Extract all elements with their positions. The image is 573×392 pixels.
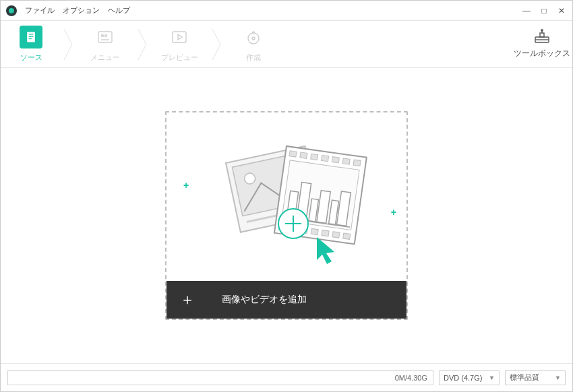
app-logo-icon bbox=[6, 5, 17, 16]
minimize-icon[interactable]: — bbox=[521, 6, 532, 15]
step-preview[interactable]: プレビュー bbox=[149, 21, 210, 68]
svg-point-10 bbox=[248, 33, 259, 44]
menu-help[interactable]: ヘルプ bbox=[108, 5, 130, 15]
play-icon bbox=[168, 26, 191, 48]
svg-marker-9 bbox=[178, 34, 182, 40]
step-menu-label: メニュー bbox=[90, 53, 120, 63]
step-nav: ソース メニュー プレビュー bbox=[1, 21, 572, 68]
svg-rect-32 bbox=[311, 228, 318, 234]
svg-rect-0 bbox=[27, 32, 35, 42]
svg-rect-35 bbox=[343, 233, 351, 239]
add-media-label: 画像やビデオを追加 bbox=[222, 294, 307, 306]
chevron-down-icon: ▼ bbox=[555, 374, 561, 381]
bottom-bar: 0M/4.30G DVD (4.7G) ▼ 標準品質 ▼ bbox=[1, 363, 572, 391]
svg-rect-23 bbox=[300, 152, 307, 158]
disc-type-value: DVD (4.7G) bbox=[444, 374, 482, 382]
menu-file[interactable]: ファイル bbox=[25, 5, 55, 15]
chevron-down-icon: ▼ bbox=[489, 374, 495, 381]
step-create-label: 作成 bbox=[246, 53, 261, 63]
chevron-right-icon bbox=[210, 21, 223, 68]
svg-rect-33 bbox=[322, 230, 329, 236]
menubar: ファイル オプション ヘルプ — □ ✕ bbox=[1, 1, 572, 21]
disc-type-select[interactable]: DVD (4.7G) ▼ bbox=[439, 370, 500, 385]
svg-point-11 bbox=[252, 37, 255, 40]
sparkle-icon: + bbox=[183, 180, 189, 191]
quality-select[interactable]: 標準品質 ▼ bbox=[505, 370, 566, 385]
toolbox-button[interactable]: ツールボックス bbox=[512, 29, 572, 59]
svg-rect-26 bbox=[332, 157, 339, 163]
quality-value: 標準品質 bbox=[510, 372, 539, 383]
dropzone[interactable]: + + bbox=[165, 111, 408, 320]
chevron-right-icon bbox=[135, 21, 149, 68]
svg-rect-34 bbox=[332, 232, 340, 238]
step-preview-label: プレビュー bbox=[161, 53, 198, 63]
main-area: + + bbox=[1, 68, 572, 363]
toolbox-icon bbox=[533, 29, 551, 44]
step-menu[interactable]: メニュー bbox=[75, 21, 135, 68]
add-media-button[interactable]: ＋ 画像やビデオを追加 bbox=[167, 281, 406, 319]
plus-icon: ＋ bbox=[180, 292, 195, 307]
svg-rect-14 bbox=[540, 33, 544, 37]
step-create[interactable]: 作成 bbox=[223, 21, 284, 68]
toolbox-label: ツールボックス bbox=[514, 48, 570, 59]
svg-point-5 bbox=[102, 35, 104, 37]
svg-point-6 bbox=[105, 35, 107, 37]
image-icon bbox=[94, 26, 117, 48]
maximize-icon[interactable]: □ bbox=[539, 6, 549, 15]
chevron-right-icon bbox=[61, 21, 75, 68]
svg-rect-8 bbox=[173, 32, 186, 42]
svg-rect-28 bbox=[353, 160, 361, 166]
svg-rect-22 bbox=[289, 151, 297, 157]
step-source[interactable]: ソース bbox=[1, 21, 61, 68]
document-icon bbox=[20, 26, 42, 48]
capacity-text: 0M/4.30G bbox=[395, 374, 427, 382]
dropzone-illustration: + + bbox=[167, 112, 406, 281]
capacity-bar: 0M/4.30G bbox=[7, 370, 433, 385]
menu-option[interactable]: オプション bbox=[63, 5, 100, 15]
disc-burn-icon bbox=[242, 26, 265, 48]
window-controls: — □ ✕ bbox=[521, 6, 567, 15]
svg-rect-24 bbox=[311, 154, 318, 160]
sparkle-icon: + bbox=[391, 207, 396, 218]
svg-rect-27 bbox=[342, 158, 350, 164]
step-source-label: ソース bbox=[20, 53, 42, 63]
close-icon[interactable]: ✕ bbox=[556, 6, 567, 15]
svg-rect-25 bbox=[322, 155, 329, 161]
svg-rect-4 bbox=[98, 32, 112, 42]
